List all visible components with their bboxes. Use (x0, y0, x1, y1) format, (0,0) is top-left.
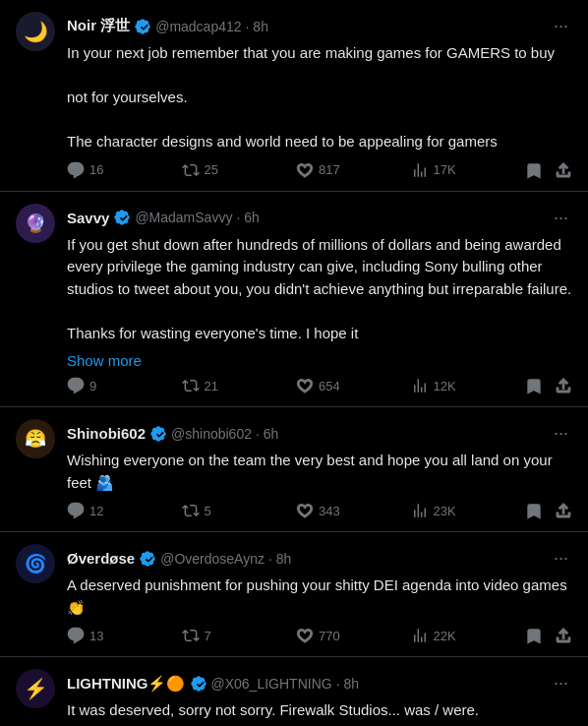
tweet-lightning: ⚡ LIGHTNING⚡🟠 @X06_LIGHTNING · 8h ··· It… (0, 657, 588, 726)
tweet-name: Savvy (67, 210, 109, 226)
views-count: 23K (434, 504, 456, 518)
show-more-link[interactable]: Show more (67, 352, 572, 369)
avatar[interactable]: 😤 (16, 419, 55, 458)
retweet-icon (182, 627, 200, 644)
tweet-body: Øverdøse @OverdoseAynz · 8h ··· A deserv… (67, 544, 572, 644)
bookmark-icon[interactable] (525, 502, 543, 519)
share-icon[interactable] (555, 161, 572, 179)
bookmark-icon[interactable] (525, 627, 543, 644)
retweet-action[interactable]: 21 (182, 377, 297, 394)
retweet-icon (182, 377, 200, 394)
more-options-button[interactable]: ··· (550, 12, 572, 40)
tweet-handle: @X06_LIGHTNING (211, 676, 332, 692)
tweet-name: Shinobi602 (67, 425, 146, 442)
tweet-name: Øverdøse (67, 550, 135, 567)
comment-icon (67, 502, 85, 519)
retweet-action[interactable]: 5 (182, 502, 297, 519)
tweet-handle: @OverdoseAynz (160, 551, 265, 567)
more-options-button[interactable]: ··· (550, 669, 572, 697)
avatar[interactable]: ⚡ (16, 669, 55, 708)
like-action[interactable]: 654 (296, 377, 411, 394)
tweet-body: Noir 浮世 @madcap412 · 8h ··· In your next… (67, 12, 572, 179)
like-icon (296, 627, 314, 644)
verified-icon (190, 675, 207, 693)
tweet-header: Savvy @MadamSavvy · 6h ··· (67, 204, 572, 232)
retweet-icon (182, 161, 200, 179)
like-action[interactable]: 817 (296, 161, 411, 179)
share-icon[interactable] (555, 502, 572, 519)
tweet-user: Noir 浮世 @madcap412 · 8h (67, 17, 268, 35)
verified-icon (113, 209, 131, 226)
share-icon[interactable] (555, 377, 572, 394)
comment-action[interactable]: 13 (67, 627, 182, 644)
avatar[interactable]: 🔮 (16, 204, 55, 243)
tweet-user: LIGHTNING⚡🟠 @X06_LIGHTNING · 8h (67, 675, 359, 693)
like-action[interactable]: 770 (296, 627, 411, 644)
more-options-button[interactable]: ··· (550, 544, 572, 573)
tweet-body: Savvy @MadamSavvy · 6h ··· If you get sh… (67, 204, 572, 395)
secondary-actions (525, 377, 572, 394)
verified-icon (149, 425, 167, 443)
like-icon (296, 377, 314, 394)
comment-action[interactable]: 16 (67, 161, 182, 179)
secondary-actions (525, 502, 572, 519)
retweet-action[interactable]: 25 (182, 161, 297, 179)
retweet-count: 25 (205, 162, 218, 177)
tweet-body: Shinobi602 @shinobi602 · 6h ··· Wishing … (67, 419, 572, 519)
views-count: 12K (434, 379, 456, 393)
like-action[interactable]: 343 (296, 502, 411, 519)
comment-action[interactable]: 9 (67, 377, 182, 394)
tweet-header: LIGHTNING⚡🟠 @X06_LIGHTNING · 8h ··· (67, 669, 572, 697)
comment-count: 16 (89, 162, 103, 177)
views-icon (411, 627, 429, 644)
more-options-button[interactable]: ··· (550, 419, 572, 448)
views-count: 22K (434, 629, 456, 643)
like-icon (296, 502, 314, 519)
like-count: 654 (319, 379, 340, 393)
tweet-text: In your next job remember that you are m… (67, 42, 572, 153)
views-action[interactable]: 22K (411, 627, 526, 644)
avatar[interactable]: 🌙 (16, 12, 55, 51)
bookmark-icon[interactable] (525, 161, 543, 179)
tweet-text: It was deserved, sorry not sorry. Firewa… (67, 699, 572, 722)
tweet-actions: 9 21 654 12K (67, 377, 572, 394)
tweet-time: · 6h (236, 210, 259, 225)
views-count: 17K (434, 162, 456, 177)
like-count: 817 (319, 162, 340, 177)
tweet-actions: 12 5 343 23K (67, 502, 572, 519)
tweet-header: Noir 浮世 @madcap412 · 8h ··· (67, 12, 572, 40)
retweet-icon (182, 502, 200, 519)
tweet-text: Wishing everyone on the team the very be… (67, 450, 572, 494)
views-action[interactable]: 23K (411, 502, 526, 519)
comment-count: 9 (89, 379, 96, 393)
tweet-body: LIGHTNING⚡🟠 @X06_LIGHTNING · 8h ··· It w… (67, 669, 572, 726)
tweet-text: If you get shut down after hundreds of m… (67, 234, 572, 345)
verified-icon (139, 550, 156, 568)
comment-icon (67, 377, 85, 394)
more-options-button[interactable]: ··· (550, 204, 572, 232)
retweet-action[interactable]: 7 (182, 627, 297, 644)
tweet-handle: @MadamSavvy (135, 210, 232, 225)
views-action[interactable]: 12K (411, 377, 526, 394)
secondary-actions (525, 627, 572, 644)
secondary-actions (525, 161, 572, 179)
views-icon (411, 502, 429, 519)
share-icon[interactable] (555, 627, 572, 644)
comment-action[interactable]: 12 (67, 502, 182, 519)
views-action[interactable]: 17K (411, 161, 526, 179)
like-count: 770 (319, 629, 340, 643)
tweet-time: · 8h (268, 551, 291, 567)
verified-icon (134, 18, 151, 35)
tweet-noir: 🌙 Noir 浮世 @madcap412 · 8h ··· In your ne… (0, 0, 588, 192)
bookmark-icon[interactable] (525, 377, 543, 394)
retweet-count: 5 (205, 504, 211, 518)
tweet-user: Shinobi602 @shinobi602 · 6h (67, 425, 278, 443)
tweet-time: · 8h (336, 676, 359, 692)
comment-count: 13 (89, 629, 103, 643)
tweet-overdose: 🌀 Øverdøse @OverdoseAynz · 8h ··· A dese… (0, 532, 588, 657)
like-icon (296, 161, 314, 179)
tweet-text: A deserved punishment for pushing your s… (67, 575, 572, 619)
comment-icon (67, 627, 85, 644)
retweet-count: 21 (205, 379, 218, 393)
avatar[interactable]: 🌀 (16, 544, 55, 583)
